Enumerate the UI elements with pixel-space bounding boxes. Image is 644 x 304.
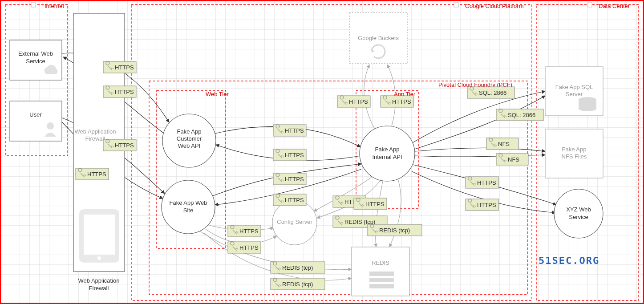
node-customer-api[interactable]: Fake App Customer Web API bbox=[162, 114, 216, 167]
svg-rect-1 bbox=[31, 3, 36, 7]
svg-text:SQL: 2866: SQL: 2866 bbox=[508, 112, 535, 118]
svg-text:Fake App SQL: Fake App SQL bbox=[555, 84, 593, 90]
svg-text:HTTPS: HTTPS bbox=[477, 202, 496, 208]
svg-text:Web Application: Web Application bbox=[78, 277, 120, 284]
protocol-label-e2: HTTPS bbox=[103, 86, 136, 97]
svg-text:Fake App: Fake App bbox=[177, 128, 202, 135]
protocol-label-e21: NFS bbox=[486, 138, 518, 150]
node-nfs-files[interactable]: Fake App NFS Files bbox=[545, 129, 603, 178]
protocol-label-e18: HTTPS bbox=[381, 96, 413, 107]
svg-text:Service: Service bbox=[569, 214, 588, 220]
svg-text:HTTPS: HTTPS bbox=[285, 152, 304, 158]
watermark: 51SEC.ORG bbox=[539, 255, 599, 266]
zone-datacenter-label: Data Center bbox=[599, 3, 630, 9]
svg-rect-5 bbox=[587, 3, 592, 7]
node-internal-api[interactable]: Fake App Internal API bbox=[360, 126, 415, 181]
zone-gcp-label: Google Cloud Platform bbox=[465, 3, 524, 9]
svg-text:REDIS (tcp): REDIS (tcp) bbox=[282, 281, 313, 288]
svg-text:HTTPS: HTTPS bbox=[115, 64, 134, 71]
svg-rect-21 bbox=[84, 215, 115, 255]
protocol-label-e13: REDIS (tcp) bbox=[271, 262, 325, 273]
node-external-web-service[interactable]: External Web Service bbox=[10, 40, 62, 80]
db-icon bbox=[579, 97, 596, 111]
node-config-server[interactable]: Config Server bbox=[272, 200, 317, 245]
svg-text:Web API: Web API bbox=[178, 142, 200, 149]
node-sql-server[interactable]: Fake App SQL Server bbox=[545, 67, 603, 116]
svg-text:HTTPS: HTTPS bbox=[349, 98, 368, 105]
tablet-icon bbox=[79, 209, 119, 263]
svg-text:Web Application: Web Application bbox=[75, 128, 116, 135]
node-web-site[interactable]: Fake App Web Site bbox=[162, 180, 215, 234]
svg-rect-41 bbox=[369, 284, 394, 288]
protocol-label-e9: HTTPS bbox=[228, 225, 261, 237]
svg-text:REDIS (tcp): REDIS (tcp) bbox=[379, 227, 410, 234]
svg-text:HTTPS: HTTPS bbox=[365, 201, 385, 207]
protocol-label-e16: REDIS (tcp) bbox=[368, 224, 422, 236]
svg-text:HTTPS: HTTPS bbox=[477, 179, 496, 186]
node-user[interactable]: User bbox=[10, 101, 62, 141]
protocol-label-e19: SQL: 2866 bbox=[467, 87, 514, 98]
svg-text:NFS: NFS bbox=[498, 141, 510, 147]
svg-text:HTTPS: HTTPS bbox=[285, 197, 304, 203]
svg-text:HTTPS: HTTPS bbox=[115, 89, 134, 95]
protocol-label-e12: HTTPS bbox=[354, 198, 387, 210]
svg-text:REDIS (tcp): REDIS (tcp) bbox=[282, 264, 313, 271]
svg-text:HTTPS: HTTPS bbox=[392, 98, 411, 105]
node-waf[interactable]: Web Application Firewall Web Application… bbox=[73, 13, 125, 292]
svg-text:HTTPS: HTTPS bbox=[239, 228, 259, 235]
svg-text:HTTPS: HTTPS bbox=[285, 176, 304, 182]
node-redis[interactable]: REDIS bbox=[352, 247, 409, 296]
svg-text:Fake App: Fake App bbox=[562, 146, 587, 153]
node-xyz-service[interactable]: XYZ Web Service bbox=[554, 189, 603, 238]
svg-text:Customer: Customer bbox=[177, 135, 202, 142]
protocol-label-e20: SQL: 2866 bbox=[496, 109, 543, 121]
stack-icon bbox=[369, 272, 394, 288]
svg-text:REDIS: REDIS bbox=[372, 259, 389, 266]
protocol-label-e7: HTTPS bbox=[273, 173, 306, 185]
protocol-label-e8: HTTPS bbox=[273, 194, 306, 206]
svg-text:Fake App: Fake App bbox=[375, 146, 400, 153]
svg-text:Config Server: Config Server bbox=[277, 219, 312, 225]
svg-text:Fake App Web: Fake App Web bbox=[169, 199, 207, 206]
node-google-buckets[interactable]: Google Buckets bbox=[349, 12, 407, 64]
svg-text:External Web: External Web bbox=[18, 50, 53, 57]
protocol-label-e10: HTTPS bbox=[228, 242, 261, 253]
protocol-label-e17: HTTPS bbox=[337, 96, 370, 107]
protocol-label-e6: HTTPS bbox=[273, 149, 306, 161]
protocol-label-e24: HTTPS bbox=[466, 199, 498, 211]
svg-text:Service: Service bbox=[26, 58, 45, 65]
svg-text:HTTPS: HTTPS bbox=[239, 244, 259, 251]
protocol-label-e23: HTTPS bbox=[466, 177, 498, 188]
svg-text:NFS Files: NFS Files bbox=[561, 153, 587, 160]
svg-text:Firewall: Firewall bbox=[89, 285, 109, 292]
svg-text:User: User bbox=[29, 111, 42, 118]
svg-rect-39 bbox=[369, 272, 394, 276]
svg-text:HTTPS: HTTPS bbox=[87, 171, 106, 178]
svg-text:Google Buckets: Google Buckets bbox=[358, 35, 399, 41]
zone-web-tier-label: Web Tier bbox=[206, 91, 229, 97]
protocol-label-e3: HTTPS bbox=[103, 139, 136, 151]
svg-text:NFS: NFS bbox=[508, 156, 519, 163]
svg-rect-3 bbox=[454, 3, 458, 7]
svg-text:Firewall: Firewall bbox=[85, 135, 105, 142]
svg-text:Site: Site bbox=[183, 207, 193, 214]
svg-text:Internal API: Internal API bbox=[372, 154, 402, 160]
svg-text:XYZ Web: XYZ Web bbox=[566, 206, 591, 213]
protocol-label-e5: HTTPS bbox=[273, 125, 306, 136]
svg-point-14 bbox=[47, 122, 54, 130]
protocol-label-e1: HTTPS bbox=[103, 61, 136, 73]
svg-point-22 bbox=[97, 256, 101, 260]
svg-text:HTTPS: HTTPS bbox=[115, 142, 134, 149]
svg-point-47 bbox=[579, 106, 596, 111]
svg-text:SQL: 2866: SQL: 2866 bbox=[479, 89, 506, 96]
diagram-canvas: Internet Google Cloud Platform Data Cent… bbox=[0, 0, 644, 304]
svg-text:Server: Server bbox=[566, 91, 583, 97]
protocol-label-e4: HTTPS bbox=[76, 168, 109, 180]
protocol-label-e14: REDIS (tcp) bbox=[271, 278, 325, 290]
svg-text:HTTPS: HTTPS bbox=[285, 127, 304, 134]
zone-internet-label: Internet bbox=[45, 3, 64, 9]
protocol-label-e22: NFS bbox=[496, 154, 528, 165]
svg-rect-40 bbox=[369, 278, 394, 282]
